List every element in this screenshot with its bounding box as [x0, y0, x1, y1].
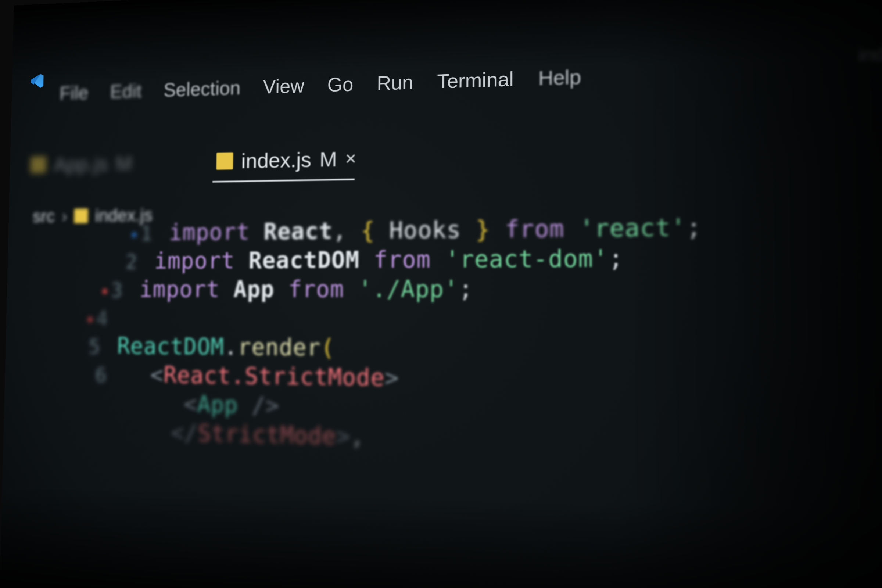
line-number: 1 — [123, 222, 170, 246]
menu-file[interactable]: File — [59, 82, 88, 104]
tab-bar: App.js M index.js M × — [9, 123, 882, 189]
tab-index-js[interactable]: index.js M × — [209, 142, 370, 179]
tab-app-js[interactable]: App.js M — [23, 148, 145, 183]
tab-label: App.js — [54, 152, 108, 176]
line-number — [98, 439, 144, 440]
menu-edit[interactable]: Edit — [110, 80, 142, 102]
line-number: 3 — [93, 278, 140, 302]
menu-help[interactable]: Help — [538, 65, 581, 90]
line-number — [84, 410, 130, 411]
line-number: 2 — [108, 250, 155, 273]
code-editor[interactable]: 1 import React, { Hooks } from 'react'; … — [55, 210, 882, 466]
js-file-icon — [30, 156, 46, 173]
close-icon[interactable]: × — [345, 147, 357, 170]
line-number: 4 — [79, 306, 125, 330]
code-line — [124, 304, 138, 330]
code-line: ReactDOM.render( — [117, 333, 335, 361]
code-line: import App from './App'; — [139, 275, 473, 303]
tab-label: index.js — [241, 147, 312, 173]
js-file-icon — [216, 152, 233, 170]
menu-terminal[interactable]: Terminal — [437, 67, 514, 93]
tab-modified-indicator: M — [320, 146, 337, 171]
breadcrumb-folder: src — [32, 206, 55, 226]
window-title: index.js — [858, 42, 882, 66]
line-number: 6 — [78, 363, 124, 387]
code-line: import ReactDOM from 'react-dom'; — [154, 244, 624, 274]
line-number: 5 — [71, 335, 118, 358]
menu-selection[interactable]: Selection — [163, 76, 240, 101]
code-line: <App /> — [130, 390, 280, 419]
code-line: import React, { Hooks } from 'react'; — [169, 213, 702, 246]
menu-view[interactable]: View — [263, 74, 304, 98]
vscode-logo-icon — [18, 67, 45, 96]
menubar: File Edit Selection View Go Run Terminal… — [49, 41, 882, 116]
code-line: <React.StrictMode> — [123, 361, 399, 392]
menu-go[interactable]: Go — [327, 73, 353, 96]
menu-run[interactable]: Run — [376, 70, 413, 94]
code-line: </StrictMode>, — [144, 418, 364, 450]
tab-modified-indicator: M — [116, 151, 132, 175]
